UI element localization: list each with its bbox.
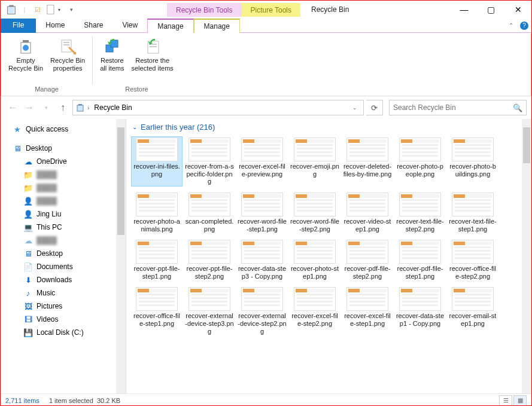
forward-button[interactable]: → (22, 100, 37, 115)
file-thumbnail (136, 240, 178, 264)
file-item[interactable]: recover-deleted-files-by-time.png (342, 136, 393, 187)
cloud-blur[interactable]: ☁████ (1, 234, 126, 247)
svg-point-5 (23, 45, 29, 51)
search-box[interactable]: 🔍 (389, 100, 527, 115)
tab-home[interactable]: Home (36, 19, 74, 33)
sidebar-item-label: Music (37, 289, 55, 297)
file-name-label: recover-excel-file-step1.png (343, 312, 392, 327)
content-pane[interactable]: ⌄ Earlier this year (216) recover-ini-fi… (126, 119, 531, 393)
file-item[interactable]: recover-external-device-step3.png (184, 286, 235, 336)
file-item[interactable]: recover-excel-file-step2.png (289, 286, 341, 336)
file-item[interactable]: recover-data-step1 - Copy.png (394, 286, 446, 336)
recent-dropdown[interactable]: ▾ (39, 100, 53, 115)
local-disk-c[interactable]: 💾Local Disk (C:) (1, 326, 126, 339)
file-item[interactable]: recover-pdf-file-step2.png (342, 239, 393, 281)
tab-file[interactable]: File (1, 19, 36, 33)
file-item[interactable]: recover-data-step3 - Copy.png (236, 239, 288, 281)
file-item[interactable]: recover-photo-people.png (394, 136, 446, 187)
sidebar-scrollbar[interactable] (116, 119, 126, 393)
qat-overflow[interactable]: ▾ (65, 4, 77, 16)
new-doc-icon[interactable] (45, 4, 57, 16)
restore-all-button[interactable]: Restoreall items (96, 35, 127, 86)
onedrive[interactable]: ☁OneDrive (1, 155, 126, 168)
user-blur[interactable]: 👤████ (1, 194, 126, 207)
empty-recycle-bin-button[interactable]: EmptyRecycle Bin (5, 35, 47, 86)
tab-manage-1[interactable]: Manage (194, 19, 240, 33)
file-item[interactable]: recover-photo-buildings.png (447, 136, 498, 187)
details-view-button[interactable]: ☰ (499, 395, 512, 406)
properties-icon[interactable]: ☑ (32, 4, 44, 16)
breadcrumb-item[interactable]: Recycle Bin (92, 103, 134, 112)
content-scrollbar[interactable] (522, 119, 531, 393)
back-button[interactable]: ← (5, 100, 20, 115)
file-item[interactable]: recover-pdf-file-step1.png (394, 239, 446, 281)
tab-view[interactable]: View (113, 19, 147, 33)
contextual-tab[interactable]: Picture Tools (242, 3, 300, 17)
file-item[interactable]: recover-ppt-file-step1.png (131, 239, 183, 281)
navigation-pane[interactable]: ★Quick access🖥Desktop☁OneDrive📁████📁████… (1, 119, 126, 393)
ribbon-button-label: Restoreall items (100, 57, 124, 72)
address-dropdown-icon[interactable]: ⌄ (349, 105, 361, 111)
videos[interactable]: 🎞Videos (1, 313, 126, 326)
contextual-tab[interactable]: Recycle Bin Tools (167, 3, 242, 17)
file-item[interactable]: recover-word-file-step2.png (289, 191, 341, 234)
folder-blur-2[interactable]: 📁████ (1, 181, 126, 194)
svg-rect-11 (111, 40, 118, 47)
quick-access[interactable]: ★Quick access (1, 123, 126, 136)
this-pc[interactable]: 💻This PC (1, 221, 126, 234)
file-item[interactable]: recover-photo-animals.png (131, 191, 183, 234)
music[interactable]: ♪Music (1, 286, 126, 300)
file-name-label: recover-email-step1.png (448, 312, 497, 327)
documents[interactable]: 📄Documents (1, 260, 126, 273)
folder-blur-1[interactable]: 📁████ (1, 168, 126, 181)
desktop[interactable]: 🖥Desktop (1, 142, 126, 155)
file-name-label: recover-photo-animals.png (132, 218, 181, 233)
file-item[interactable]: recover-ini-files.png (131, 136, 183, 187)
downloads[interactable]: ⬇Downloads (1, 273, 126, 286)
content-scroll-thumb[interactable] (523, 127, 530, 163)
icons-view-button[interactable]: ▦ (513, 395, 527, 406)
file-item[interactable]: recover-from-a-specific-folder.png (184, 136, 235, 187)
refresh-button[interactable]: ⟳ (366, 100, 383, 115)
file-item[interactable]: recover-excel-file-step1.png (342, 286, 393, 336)
help-icon[interactable]: ? (517, 19, 531, 33)
file-item[interactable]: recover-photo-step1.png (289, 239, 341, 281)
tab-share[interactable]: Share (74, 19, 113, 33)
tab-manage-0[interactable]: Manage (147, 19, 193, 33)
file-name-label: scan-completed.png (185, 218, 234, 233)
file-item[interactable]: recover-text-file-step2.png (394, 191, 446, 234)
restore-selected-button[interactable]: Restore theselected items (128, 35, 177, 86)
file-item[interactable]: recover-office-file-step2.png (447, 239, 498, 281)
file-item[interactable]: recover-email-step1.png (447, 286, 498, 336)
file-thumbnail (189, 193, 230, 216)
user-jing[interactable]: 👤Jing Liu (1, 207, 126, 221)
file-item[interactable]: recover-text-file-step1.png (447, 191, 498, 234)
minimize-button[interactable]: — (451, 1, 478, 18)
file-name-label: recover-word-file-step1.png (238, 218, 287, 233)
qat-dropdown[interactable]: ▾ (58, 7, 64, 13)
file-item[interactable]: recover-ppt-file-step2.png (184, 239, 235, 281)
ribbon-collapse-icon[interactable]: ⌃ (505, 19, 517, 33)
pictures[interactable]: 🖼Pictures (1, 300, 126, 313)
file-item[interactable]: recover-emoji.png (289, 136, 341, 187)
file-item[interactable]: recover-video-step1.png (342, 191, 393, 234)
address-bar[interactable]: › Recycle Bin ⌄ (72, 100, 364, 115)
up-button[interactable]: ↑ (56, 100, 70, 115)
close-button[interactable]: ✕ (504, 1, 531, 18)
file-item[interactable]: recover-office-file-step1.png (131, 286, 183, 336)
file-item[interactable]: recover-excel-file-preview.png (236, 136, 288, 187)
sidebar-scroll-thumb[interactable] (117, 127, 124, 235)
file-thumbnail (346, 240, 388, 264)
maximize-button[interactable]: ▢ (478, 1, 504, 18)
file-item[interactable]: recover-external-device-step2.png (236, 286, 288, 336)
desktop-2[interactable]: 🖥Desktop (1, 247, 126, 260)
file-item[interactable]: scan-completed.png (184, 191, 235, 234)
search-input[interactable] (393, 103, 513, 112)
qat-separator: | (19, 4, 31, 16)
file-item[interactable]: recover-word-file-step1.png (236, 191, 288, 234)
group-header[interactable]: ⌄ Earlier this year (216) (126, 119, 531, 135)
music-icon: ♪ (23, 288, 33, 298)
file-name-label: recover-photo-step1.png (290, 265, 339, 280)
recycle-bin-properties-button[interactable]: Recycle Binproperties (47, 35, 89, 86)
sidebar-item-label: Downloads (37, 276, 72, 284)
